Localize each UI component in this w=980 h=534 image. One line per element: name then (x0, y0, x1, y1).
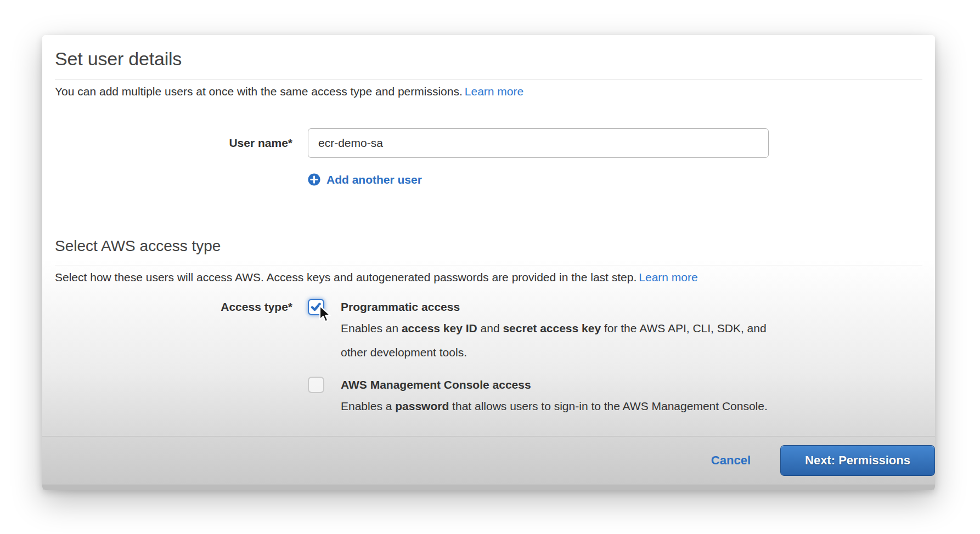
desc-text: and (477, 322, 503, 334)
section-divider (55, 265, 922, 265)
desc-text: other development tools. (341, 346, 467, 359)
programmatic-access-checkbox[interactable] (308, 299, 324, 315)
console-access-description: Enables a password that allows users to … (341, 394, 768, 418)
access-type-options: Programmatic access Enables an access ke… (308, 299, 768, 418)
user-name-label: User name* (55, 137, 292, 150)
page-title: Set user details (55, 48, 922, 70)
checkmark-icon (311, 302, 322, 312)
access-type-description: Select how these users will access AWS. … (55, 270, 922, 285)
console-access-checkbox[interactable] (308, 377, 324, 393)
plus-circle-icon (308, 173, 320, 186)
desc-text-bold: access key ID (402, 322, 477, 334)
access-type-row: Access type* (55, 299, 922, 418)
desc-text: Enables a (341, 400, 395, 412)
learn-more-link[interactable]: Learn more (465, 85, 523, 98)
user-name-input[interactable] (308, 128, 769, 158)
wizard-content: Set user details You can add multiple us… (42, 35, 935, 436)
add-user-wizard-card: Set user details You can add multiple us… (42, 35, 935, 490)
spacer (55, 173, 292, 186)
desc-text-bold: secret access key (503, 322, 601, 334)
desc-text: Enables an (341, 322, 402, 334)
desc-text: that allows users to sign-in to the AWS … (449, 400, 768, 412)
next-permissions-button[interactable]: Next: Permissions (780, 445, 935, 476)
add-another-user-button[interactable]: Add another user (308, 173, 422, 186)
desc-text-bold: password (395, 400, 449, 412)
wizard-footer: Cancel Next: Permissions (42, 436, 935, 485)
user-details-description: You can add multiple users at once with … (55, 84, 922, 99)
add-another-user-row: Add another user (55, 173, 922, 186)
bottom-strip-divider (42, 485, 935, 490)
access-type-label: Access type* (55, 299, 292, 418)
programmatic-access-option: Programmatic access Enables an access ke… (308, 299, 768, 365)
title-divider (55, 79, 922, 79)
access-type-section-title: Select AWS access type (55, 237, 922, 255)
desc-text: for the AWS API, CLI, SDK, and (601, 322, 767, 334)
console-access-label: AWS Management Console access (341, 377, 768, 393)
access-type-description-text: Select how these users will access AWS. … (55, 271, 637, 283)
programmatic-access-description: Enables an access key ID and secret acce… (341, 316, 767, 365)
programmatic-access-label: Programmatic access (341, 299, 767, 315)
console-access-option: AWS Management Console access Enables a … (308, 377, 768, 418)
cancel-button[interactable]: Cancel (711, 453, 751, 468)
add-another-user-label: Add another user (326, 173, 422, 186)
user-name-row: User name* (55, 128, 922, 158)
user-details-description-text: You can add multiple users at once with … (55, 85, 463, 98)
learn-more-link-2[interactable]: Learn more (639, 271, 697, 283)
